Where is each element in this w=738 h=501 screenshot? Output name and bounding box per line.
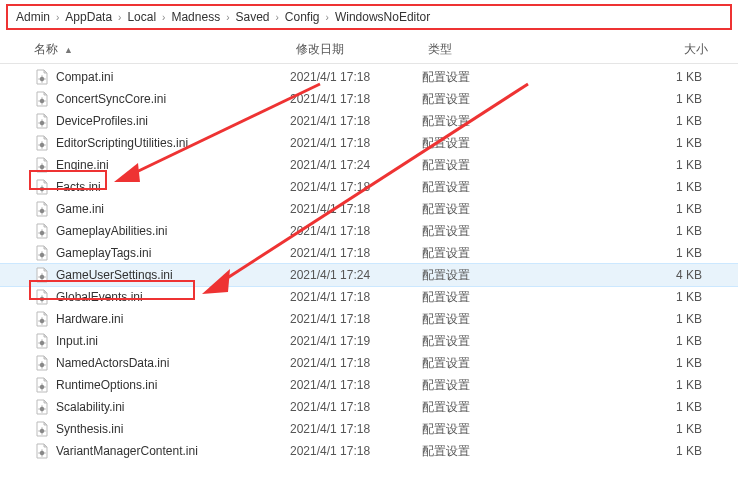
chevron-right-icon: › xyxy=(326,12,329,23)
file-size: 1 KB xyxy=(596,180,726,194)
file-name-cell: DeviceProfiles.ini xyxy=(34,113,290,129)
ini-file-icon xyxy=(34,69,50,85)
file-name-cell: Compat.ini xyxy=(34,69,290,85)
file-date: 2021/4/1 17:18 xyxy=(290,70,422,84)
file-name-cell: NamedActorsData.ini xyxy=(34,355,290,371)
svg-rect-71 xyxy=(42,384,43,385)
header-date-label: 修改日期 xyxy=(296,41,344,58)
file-row[interactable]: EditorScriptingUtilities.ini2021/4/1 17:… xyxy=(0,132,738,154)
file-name: Game.ini xyxy=(56,202,104,216)
breadcrumb[interactable]: Admin›AppData›Local›Madness›Saved›Config… xyxy=(6,4,732,30)
svg-rect-34 xyxy=(44,211,45,212)
breadcrumb-item[interactable]: WindowsNoEditor xyxy=(335,10,430,24)
svg-rect-11 xyxy=(42,120,43,121)
svg-point-25 xyxy=(40,187,44,191)
breadcrumb-item[interactable]: AppData xyxy=(65,10,112,24)
svg-rect-27 xyxy=(42,191,43,192)
file-size: 1 KB xyxy=(596,224,726,238)
header-name[interactable]: 名称 ▲ xyxy=(34,41,296,58)
svg-rect-87 xyxy=(42,455,43,456)
file-row[interactable]: Facts.ini2021/4/1 17:18配置设置1 KB xyxy=(0,176,738,198)
chevron-right-icon: › xyxy=(276,12,279,23)
file-name-cell: Scalability.ini xyxy=(34,399,290,415)
file-name: Compat.ini xyxy=(56,70,113,84)
header-size-label: 大小 xyxy=(684,41,708,58)
file-row[interactable]: RuntimeOptions.ini2021/4/1 17:18配置设置1 KB xyxy=(0,374,738,396)
svg-rect-57 xyxy=(42,323,43,324)
ini-file-icon xyxy=(34,377,50,393)
svg-rect-43 xyxy=(39,255,40,256)
ini-file-icon xyxy=(34,223,50,239)
ini-file-icon xyxy=(34,289,50,305)
svg-rect-42 xyxy=(42,257,43,258)
breadcrumb-item[interactable]: Local xyxy=(127,10,156,24)
file-row[interactable]: Synthesis.ini2021/4/1 17:18配置设置1 KB xyxy=(0,418,738,440)
svg-rect-8 xyxy=(39,101,40,102)
file-name-cell: Game.ini xyxy=(34,201,290,217)
file-size: 1 KB xyxy=(596,92,726,106)
svg-rect-56 xyxy=(42,318,43,319)
breadcrumb-item[interactable]: Saved xyxy=(235,10,269,24)
ini-file-icon xyxy=(34,179,50,195)
svg-point-70 xyxy=(40,385,44,389)
sort-caret-up-icon: ▲ xyxy=(64,45,73,55)
svg-rect-3 xyxy=(39,79,40,80)
column-headers: 名称 ▲ 修改日期 类型 大小 xyxy=(0,36,738,64)
svg-point-65 xyxy=(40,363,44,367)
header-name-label: 名称 xyxy=(34,41,58,58)
file-type: 配置设置 xyxy=(422,223,596,240)
file-row[interactable]: Engine.ini2021/4/1 17:24配置设置1 KB xyxy=(0,154,738,176)
svg-rect-44 xyxy=(44,255,45,256)
header-size[interactable]: 大小 xyxy=(602,41,732,58)
file-size: 1 KB xyxy=(596,158,726,172)
breadcrumb-item[interactable]: Admin xyxy=(16,10,50,24)
file-size: 1 KB xyxy=(596,70,726,84)
file-row[interactable]: DeviceProfiles.ini2021/4/1 17:18配置设置1 KB xyxy=(0,110,738,132)
file-name-cell: ConcertSyncCore.ini xyxy=(34,91,290,107)
file-name: EditorScriptingUtilities.ini xyxy=(56,136,188,150)
file-type: 配置设置 xyxy=(422,157,596,174)
file-row[interactable]: ConcertSyncCore.ini2021/4/1 17:18配置设置1 K… xyxy=(0,88,738,110)
file-row[interactable]: Hardware.ini2021/4/1 17:18配置设置1 KB xyxy=(0,308,738,330)
svg-rect-39 xyxy=(44,233,45,234)
file-row[interactable]: Input.ini2021/4/1 17:19配置设置1 KB xyxy=(0,330,738,352)
svg-rect-37 xyxy=(42,235,43,236)
file-row[interactable]: Game.ini2021/4/1 17:18配置设置1 KB xyxy=(0,198,738,220)
svg-point-35 xyxy=(40,231,44,235)
chevron-right-icon: › xyxy=(226,12,229,23)
chevron-right-icon: › xyxy=(162,12,165,23)
svg-rect-72 xyxy=(42,389,43,390)
svg-rect-21 xyxy=(42,164,43,165)
svg-point-15 xyxy=(40,143,44,147)
ini-file-icon xyxy=(34,267,50,283)
file-date: 2021/4/1 17:19 xyxy=(290,334,422,348)
file-row[interactable]: Compat.ini2021/4/1 17:18配置设置1 KB xyxy=(0,66,738,88)
file-type: 配置设置 xyxy=(422,113,596,130)
file-row[interactable]: Scalability.ini2021/4/1 17:18配置设置1 KB xyxy=(0,396,738,418)
file-row[interactable]: GameplayAbilities.ini2021/4/1 17:18配置设置1… xyxy=(0,220,738,242)
header-type[interactable]: 类型 xyxy=(428,41,602,58)
header-date[interactable]: 修改日期 xyxy=(296,41,428,58)
file-name: Input.ini xyxy=(56,334,98,348)
file-name: RuntimeOptions.ini xyxy=(56,378,157,392)
svg-point-0 xyxy=(40,77,44,81)
file-name: GlobalEvents.ini xyxy=(56,290,143,304)
breadcrumb-item[interactable]: Config xyxy=(285,10,320,24)
svg-rect-12 xyxy=(42,125,43,126)
file-name: Hardware.ini xyxy=(56,312,123,326)
svg-rect-26 xyxy=(42,186,43,187)
file-date: 2021/4/1 17:18 xyxy=(290,356,422,370)
svg-point-30 xyxy=(40,209,44,213)
file-size: 1 KB xyxy=(596,400,726,414)
svg-rect-88 xyxy=(39,453,40,454)
svg-rect-58 xyxy=(39,321,40,322)
file-size: 1 KB xyxy=(596,290,726,304)
file-row[interactable]: VariantManagerContent.ini2021/4/1 17:18配… xyxy=(0,440,738,462)
file-row[interactable]: GameUserSettings.ini2021/4/1 17:24配置设置4 … xyxy=(0,264,738,286)
file-row[interactable]: GlobalEvents.ini2021/4/1 17:18配置设置1 KB xyxy=(0,286,738,308)
file-row[interactable]: GameplayTags.ini2021/4/1 17:18配置设置1 KB xyxy=(0,242,738,264)
file-type: 配置设置 xyxy=(422,311,596,328)
file-row[interactable]: NamedActorsData.ini2021/4/1 17:18配置设置1 K… xyxy=(0,352,738,374)
breadcrumb-item[interactable]: Madness xyxy=(171,10,220,24)
svg-rect-28 xyxy=(39,189,40,190)
